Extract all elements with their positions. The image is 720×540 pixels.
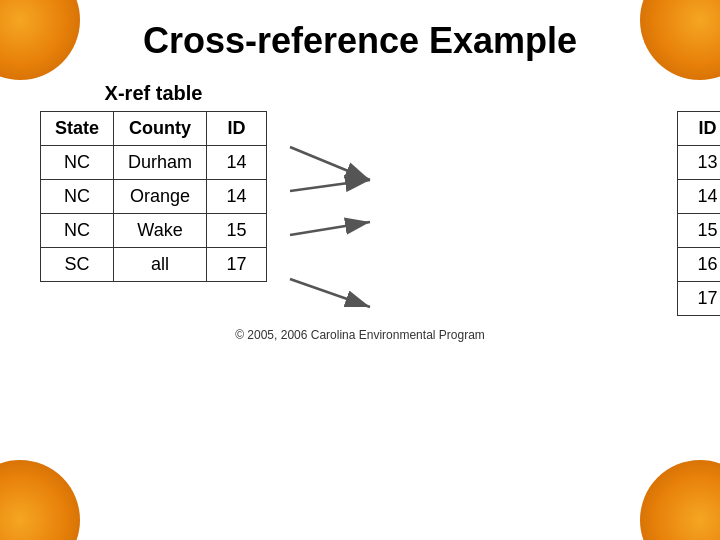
xref-col-state: State: [41, 112, 114, 146]
xref-cell: 17: [207, 248, 267, 282]
xref-cell: Wake: [114, 214, 207, 248]
xref-cell: 15: [207, 214, 267, 248]
profiles-label: Profiles table: [677, 82, 720, 105]
xref-cell: SC: [41, 248, 114, 282]
xref-col-county: County: [114, 112, 207, 146]
profiles-cell: 16: [678, 248, 720, 282]
table-row: 14 1.4 12.7: [678, 180, 720, 214]
xref-label: X-ref table: [40, 82, 267, 105]
profiles-cell: 15: [678, 214, 720, 248]
xref-cell: NC: [41, 180, 114, 214]
arrows-svg: [285, 112, 385, 407]
xref-cell: Durham: [114, 146, 207, 180]
xref-section: X-ref table State County ID NC Durham 14: [40, 82, 267, 282]
table-row: NC Orange 14: [41, 180, 267, 214]
profiles-section: Profiles table ID Factor 1 Factor 2 13 1…: [677, 82, 720, 316]
svg-line-2: [290, 180, 370, 191]
table-row: 17 1.1 9.8: [678, 282, 720, 316]
xref-cell: 14: [207, 146, 267, 180]
profiles-col-id: ID: [678, 112, 720, 146]
xref-cell: 14: [207, 180, 267, 214]
xref-cell: all: [114, 248, 207, 282]
table-row: 13 1.2 10.4: [678, 146, 720, 180]
page-title: Cross-reference Example: [40, 20, 680, 62]
table-row: 15 1.7 18.3: [678, 214, 720, 248]
corner-decoration-br: [640, 460, 720, 540]
xref-cell: NC: [41, 146, 114, 180]
table-row: 16 1.6 15.2: [678, 248, 720, 282]
xref-col-id: ID: [207, 112, 267, 146]
corner-decoration-bl: [0, 460, 80, 540]
xref-cell: Orange: [114, 180, 207, 214]
table-row: SC all 17: [41, 248, 267, 282]
svg-line-4: [290, 279, 370, 307]
profiles-table: ID Factor 1 Factor 2 13 1.2 10.4 14 1.4 …: [677, 111, 720, 316]
svg-line-3: [290, 222, 370, 235]
copyright-text: © 2005, 2006 Carolina Environmental Prog…: [40, 328, 680, 342]
xref-cell: NC: [41, 214, 114, 248]
xref-table: State County ID NC Durham 14 NC Orange 1…: [40, 111, 267, 282]
profiles-cell: 13: [678, 146, 720, 180]
svg-line-1: [290, 147, 370, 180]
table-row: NC Wake 15: [41, 214, 267, 248]
table-row: NC Durham 14: [41, 146, 267, 180]
profiles-cell: 14: [678, 180, 720, 214]
profiles-cell: 17: [678, 282, 720, 316]
